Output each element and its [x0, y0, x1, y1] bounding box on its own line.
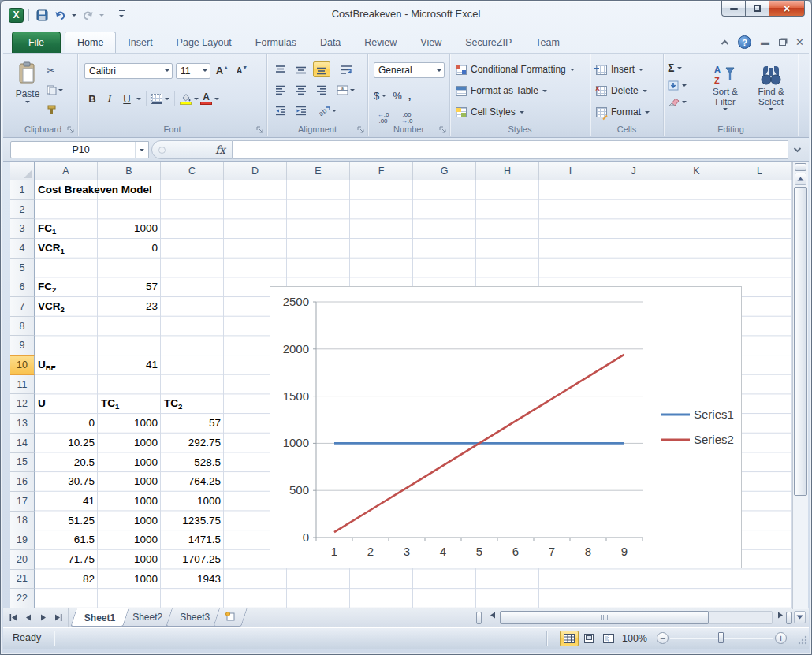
row-header-21[interactable]: 21 — [10, 570, 35, 590]
cell-C13[interactable]: 57 — [161, 414, 224, 434]
align-center-button[interactable] — [292, 82, 310, 98]
previous-sheet-button[interactable] — [21, 611, 35, 624]
column-header-G[interactable]: G — [413, 162, 476, 180]
percent-style-button[interactable]: % — [393, 90, 402, 102]
resize-grip[interactable] — [797, 635, 807, 647]
first-sheet-button[interactable] — [6, 611, 20, 624]
cell-B3[interactable]: 1000 — [98, 219, 161, 239]
format-as-table-button[interactable]: Format as Table — [453, 82, 578, 99]
cell-B6[interactable]: 57 — [98, 277, 161, 297]
vertical-scroll-thumb[interactable] — [794, 187, 807, 496]
row-header-5[interactable]: 5 — [10, 259, 35, 278]
wrap-text-button[interactable] — [337, 61, 356, 77]
cell-B15[interactable]: 1000 — [98, 453, 161, 473]
format-cells-button[interactable]: Format — [593, 103, 653, 121]
scroll-left-button[interactable] — [486, 608, 499, 622]
select-all-corner[interactable] — [10, 162, 35, 180]
row-header-22[interactable]: 22 — [10, 589, 35, 608]
column-header-D[interactable]: D — [224, 162, 287, 180]
cell-C12[interactable]: TC2 — [161, 394, 182, 414]
sort-filter-button[interactable]: AZ Sort & Filter — [705, 61, 746, 113]
restore-button[interactable] — [745, 1, 769, 17]
cell-A6[interactable]: FC2 — [35, 277, 56, 297]
workbook-minimize-button[interactable]: ▬ — [761, 38, 769, 47]
number-format-select[interactable]: General — [374, 62, 445, 78]
tab-home[interactable]: Home — [65, 32, 116, 53]
paste-button[interactable]: Paste — [13, 61, 43, 114]
tab-insert[interactable]: Insert — [116, 32, 164, 53]
insert-cells-button[interactable]: Insert — [593, 61, 653, 78]
increase-indent-button[interactable] — [292, 102, 310, 118]
tab-securezip[interactable]: SecureZIP — [453, 32, 523, 53]
fill-button[interactable] — [668, 80, 687, 91]
column-header-B[interactable]: B — [98, 162, 161, 180]
cut-button[interactable]: ✂ — [47, 63, 63, 77]
top-align-button[interactable] — [272, 61, 289, 77]
number-dialog-launcher[interactable] — [439, 125, 447, 133]
column-header-K[interactable]: K — [665, 162, 728, 180]
last-sheet-button[interactable] — [51, 611, 65, 624]
column-header-H[interactable]: H — [476, 162, 539, 180]
tab-file[interactable]: File — [12, 32, 61, 53]
cell-A20[interactable]: 71.75 — [35, 550, 98, 570]
accounting-format-button[interactable]: $ — [374, 90, 386, 102]
cell-B12[interactable]: TC1 — [98, 394, 119, 414]
tab-data[interactable]: Data — [308, 32, 352, 53]
cell-A4[interactable]: VCR1 — [35, 239, 65, 259]
column-header-A[interactable]: A — [35, 162, 98, 180]
horizontal-scrollbar[interactable] — [500, 611, 773, 624]
row-header-9[interactable]: 9 — [10, 336, 35, 355]
cell-C15[interactable]: 528.5 — [161, 453, 224, 473]
find-select-button[interactable]: Find & Select — [751, 61, 792, 113]
increase-decimal-button[interactable]: ←.0.00 — [374, 110, 393, 126]
borders-button[interactable] — [151, 94, 169, 104]
cell-B19[interactable]: 1000 — [98, 530, 161, 550]
formula-input[interactable] — [233, 140, 788, 159]
decrease-decimal-button[interactable]: .00→.0 — [397, 110, 416, 126]
column-header-L[interactable]: L — [728, 162, 792, 180]
page-layout-view-button[interactable] — [579, 631, 598, 646]
name-box[interactable]: P10 — [10, 141, 149, 158]
cell-C14[interactable]: 292.75 — [161, 434, 224, 453]
sheet-tab-sheet1[interactable]: Sheet1 — [70, 608, 129, 627]
cell-C17[interactable]: 1000 — [161, 492, 224, 512]
alignment-dialog-launcher[interactable] — [357, 125, 365, 133]
column-header-C[interactable]: C — [161, 162, 224, 180]
cell-B14[interactable]: 1000 — [98, 434, 161, 453]
clipboard-dialog-launcher[interactable] — [67, 125, 75, 133]
cell-A13[interactable]: 0 — [35, 414, 98, 434]
conditional-formatting-button[interactable]: Conditional Formatting — [453, 61, 578, 78]
row-header-12[interactable]: 12 — [10, 394, 35, 414]
horizontal-scroll-thumb[interactable] — [500, 611, 709, 624]
cell-B7[interactable]: 23 — [98, 297, 161, 317]
cell-B17[interactable]: 1000 — [98, 492, 161, 512]
tab-split-handle[interactable] — [476, 612, 482, 624]
scroll-up-button[interactable] — [795, 173, 806, 185]
row-header-8[interactable]: 8 — [10, 317, 35, 337]
zoom-in-button[interactable]: + — [775, 632, 787, 644]
cell-C21[interactable]: 1943 — [161, 570, 224, 590]
scroll-down-button[interactable] — [794, 611, 806, 623]
minimize-button[interactable] — [721, 1, 745, 17]
cell-A15[interactable]: 20.5 — [35, 453, 98, 473]
row-header-11[interactable]: 11 — [10, 375, 35, 395]
column-header-I[interactable]: I — [539, 162, 602, 180]
delete-cells-button[interactable]: ×Delete — [593, 82, 653, 99]
row-header-20[interactable]: 20 — [10, 550, 35, 570]
vertical-scrollbar[interactable] — [792, 162, 808, 609]
horizontal-split-handle[interactable] — [786, 612, 792, 624]
row-header-4[interactable]: 4 — [10, 239, 35, 259]
shrink-font-button[interactable]: A▼ — [234, 62, 250, 79]
cell-A16[interactable]: 30.75 — [35, 472, 98, 492]
row-header-13[interactable]: 13 — [10, 414, 35, 434]
page-break-view-button[interactable] — [599, 631, 618, 646]
cell-C20[interactable]: 1707.25 — [161, 550, 224, 570]
normal-view-button[interactable] — [560, 631, 579, 646]
cell-B13[interactable]: 1000 — [98, 414, 161, 434]
expand-formula-bar-button[interactable] — [789, 140, 806, 159]
row-header-19[interactable]: 19 — [10, 530, 35, 550]
row-header-14[interactable]: 14 — [10, 434, 35, 453]
format-painter-button[interactable] — [47, 102, 63, 117]
cell-C19[interactable]: 1471.5 — [161, 530, 224, 550]
workbook-restore-button[interactable] — [779, 39, 786, 46]
